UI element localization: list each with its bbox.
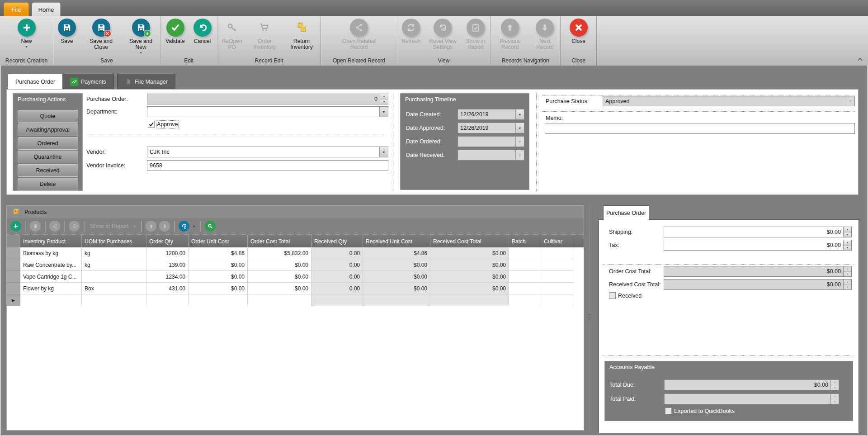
row-selector[interactable] bbox=[7, 247, 20, 259]
tab-file-manager[interactable]: File Manager bbox=[117, 74, 175, 89]
grid-cell[interactable] bbox=[248, 294, 311, 306]
grid-cell[interactable]: Raw Concentrate by... bbox=[20, 259, 82, 271]
tab-payments[interactable]: Payments bbox=[62, 74, 114, 89]
grid-cell[interactable] bbox=[189, 294, 248, 306]
action-button-awaitingapproval[interactable]: AwaitingApproval bbox=[18, 123, 78, 136]
grid-cell[interactable]: Vape Cartridge 1g C... bbox=[20, 271, 82, 283]
panel-splitter[interactable] bbox=[590, 205, 590, 431]
grid-cell[interactable]: Box bbox=[82, 283, 146, 294]
grid-cell[interactable]: kg bbox=[82, 247, 146, 259]
chevron-down-icon[interactable]: ▼ bbox=[379, 107, 388, 117]
ribbon-group-label: Open Related Record bbox=[321, 57, 397, 66]
grid-cell[interactable] bbox=[509, 271, 541, 283]
purchase-order-spinner[interactable]: ▲▼ bbox=[380, 94, 388, 104]
column-header-order-unit-cost[interactable]: Order Unit Cost bbox=[189, 235, 248, 247]
grid-cell[interactable] bbox=[82, 271, 146, 283]
column-header-received-qty[interactable]: Received Qty bbox=[311, 235, 363, 247]
shipping-spinner[interactable]: ▲▼ bbox=[843, 227, 851, 237]
grid-cell[interactable]: 1200.00 bbox=[146, 247, 189, 259]
ribbon-button-return-inventory[interactable]: Return Inventory bbox=[283, 19, 321, 50]
grid-cell[interactable]: $0.00 bbox=[189, 259, 248, 271]
tax-input[interactable]: $0.00 ▲▼ bbox=[664, 240, 852, 251]
form-vertical-separator bbox=[536, 93, 537, 191]
column-header-received-cost-total[interactable]: Received Cost Total bbox=[430, 235, 509, 247]
column-header-order-qty[interactable]: Order Qty bbox=[146, 235, 189, 247]
grid-cell[interactable] bbox=[82, 294, 146, 306]
received-checkbox[interactable] bbox=[609, 292, 616, 299]
action-button-ordered[interactable]: Ordered bbox=[18, 137, 78, 150]
grid-cell[interactable] bbox=[541, 271, 574, 283]
row-selector[interactable] bbox=[7, 283, 20, 294]
grid-cell[interactable]: $5,832.00 bbox=[248, 247, 311, 259]
vendor-invoice-input[interactable]: 9658 bbox=[147, 160, 388, 171]
file-tab[interactable]: File bbox=[4, 2, 29, 17]
grid-cell[interactable]: 1234.00 bbox=[146, 271, 189, 283]
ribbon-button-save-and-close[interactable]: ✕Save and Close bbox=[80, 19, 122, 50]
ribbon-button-cancel[interactable]: Cancel bbox=[189, 19, 216, 44]
grid-cell[interactable] bbox=[146, 294, 189, 306]
column-header-uom-for-purchases[interactable]: UOM for Purchases bbox=[82, 235, 146, 247]
chevron-down-icon[interactable]: ▼ bbox=[192, 225, 195, 228]
memo-input[interactable] bbox=[545, 123, 855, 134]
action-button-quote[interactable]: Quote bbox=[18, 110, 78, 123]
timeline-date-input-0[interactable]: 12/26/2019▼ bbox=[458, 109, 524, 120]
department-select[interactable]: ▼ bbox=[147, 106, 388, 117]
grid-cell[interactable]: Biomass by kg bbox=[20, 247, 82, 259]
column-header-batch[interactable]: Batch bbox=[509, 235, 541, 247]
ribbon-button-save-and-new[interactable]: +Save and New▼ bbox=[122, 19, 160, 54]
grid-cell[interactable]: 139.00 bbox=[146, 259, 189, 271]
approve-checkbox-label[interactable]: Approve bbox=[157, 121, 178, 128]
grid-cell[interactable]: $4.86 bbox=[189, 247, 248, 259]
ribbon-button-label: Show in Report bbox=[463, 38, 488, 50]
received-checkbox-label[interactable]: Received bbox=[618, 293, 642, 299]
chevron-down-icon[interactable]: ▼ bbox=[515, 109, 524, 119]
chevron-down-icon[interactable]: ▼ bbox=[379, 147, 388, 157]
export-button[interactable] bbox=[179, 221, 189, 232]
grid-cell[interactable]: $0.00 bbox=[248, 271, 311, 283]
ribbon-button-save[interactable]: Save bbox=[53, 19, 80, 44]
exported-to-quickbooks-checkbox[interactable] bbox=[665, 408, 672, 414]
grid-cell[interactable]: $0.00 bbox=[189, 283, 248, 294]
grid-cell[interactable] bbox=[509, 283, 541, 294]
totals-tab-purchase-order[interactable]: Purchase Order bbox=[603, 205, 649, 220]
row-selector[interactable] bbox=[7, 259, 20, 271]
shipping-input[interactable]: $0.00 ▲▼ bbox=[664, 227, 852, 237]
grid-cell[interactable]: kg bbox=[82, 259, 146, 271]
grid-cell[interactable] bbox=[509, 247, 541, 259]
grid-cell[interactable] bbox=[509, 259, 541, 271]
column-header-cultivar[interactable]: Cultivar bbox=[541, 235, 574, 247]
column-header-order-cost-total[interactable]: Order Cost Total bbox=[248, 235, 311, 247]
exported-to-quickbooks-label[interactable]: Exported to QuickBooks bbox=[674, 408, 735, 414]
grid-cell[interactable]: $0.00 bbox=[248, 283, 311, 294]
grid-cell[interactable]: $0.00 bbox=[189, 271, 248, 283]
row-selector[interactable] bbox=[7, 271, 20, 283]
grid-cell[interactable] bbox=[541, 294, 574, 306]
ribbon-button-new[interactable]: New▼ bbox=[13, 19, 40, 48]
approve-checkbox[interactable] bbox=[148, 121, 155, 128]
grid-cell[interactable]: $0.00 bbox=[248, 259, 311, 271]
grid-cell[interactable] bbox=[541, 247, 574, 259]
action-button-received[interactable]: Received bbox=[18, 164, 78, 177]
action-button-quarantine[interactable]: Quarantine bbox=[18, 151, 78, 163]
chevron-down-icon[interactable]: ▼ bbox=[515, 123, 524, 133]
column-header-inventory-product[interactable]: Inventory Product bbox=[20, 235, 82, 247]
grid-cell[interactable] bbox=[509, 294, 541, 306]
grid-cell[interactable] bbox=[541, 259, 574, 271]
grid-cell[interactable] bbox=[20, 294, 82, 306]
tax-spinner[interactable]: ▲▼ bbox=[843, 240, 851, 250]
ribbon-button-validate[interactable]: Validate bbox=[162, 19, 189, 44]
vendor-select[interactable]: CJK Inc ▼ bbox=[147, 147, 388, 157]
search-button[interactable] bbox=[205, 221, 216, 232]
add-row-button[interactable] bbox=[10, 221, 21, 232]
tab-purchase-order[interactable]: Purchase Order bbox=[8, 74, 63, 89]
ribbon-collapse-button[interactable] bbox=[856, 56, 863, 62]
column-header-received-unit-cost[interactable]: Received Unit Cost bbox=[363, 235, 430, 247]
ribbon-button-close[interactable]: Close bbox=[565, 19, 592, 44]
row-selector[interactable]: ▶ bbox=[7, 294, 20, 306]
grid-cell[interactable] bbox=[541, 283, 574, 294]
home-tab[interactable]: Home bbox=[32, 2, 61, 17]
timeline-date-input-1[interactable]: 12/26/2019▼ bbox=[458, 123, 524, 133]
grid-cell[interactable]: 431.00 bbox=[146, 283, 189, 294]
action-button-delete[interactable]: Delete bbox=[18, 178, 78, 190]
grid-cell[interactable]: Flower by kg bbox=[20, 283, 82, 294]
